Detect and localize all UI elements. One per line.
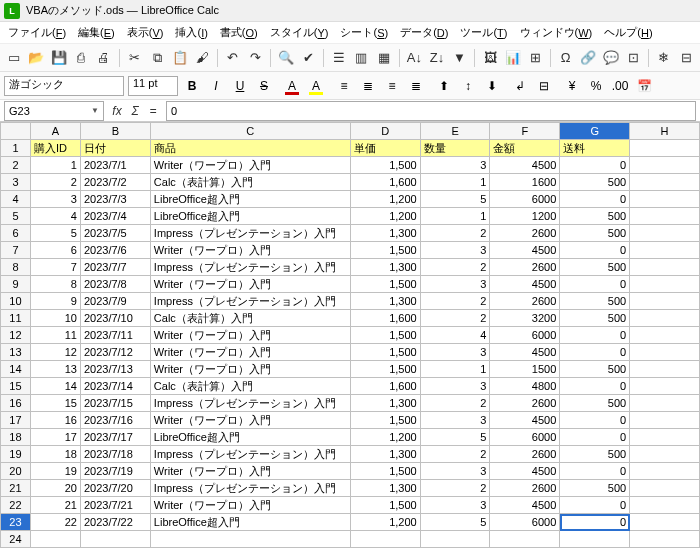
cell[interactable]: 1,500 [350, 463, 420, 480]
row-header[interactable]: 19 [1, 446, 31, 463]
headers-icon[interactable]: ⊡ [624, 48, 644, 68]
cell[interactable]: 5 [420, 429, 490, 446]
cell[interactable]: 2600 [490, 446, 560, 463]
cell[interactable]: 500 [560, 446, 630, 463]
menu-y[interactable]: スタイル(Y) [264, 22, 335, 43]
cell[interactable]: 17 [30, 429, 80, 446]
cell-header[interactable]: 商品 [150, 140, 350, 157]
col-header-E[interactable]: E [420, 123, 490, 140]
cell[interactable]: 4500 [490, 242, 560, 259]
cell[interactable] [80, 531, 150, 548]
cell[interactable]: Writer（ワープロ）入門 [150, 497, 350, 514]
row-header[interactable]: 3 [1, 174, 31, 191]
cell[interactable]: 20 [30, 480, 80, 497]
cell[interactable]: 500 [560, 361, 630, 378]
cell[interactable]: 1,200 [350, 429, 420, 446]
cell[interactable]: 1,200 [350, 191, 420, 208]
row-header[interactable]: 10 [1, 293, 31, 310]
cell[interactable]: 4500 [490, 497, 560, 514]
cell-header[interactable]: 送料 [560, 140, 630, 157]
cell-header[interactable]: 日付 [80, 140, 150, 157]
cell[interactable]: 0 [560, 191, 630, 208]
cell[interactable]: 1,300 [350, 225, 420, 242]
cell[interactable]: 2023/7/19 [80, 463, 150, 480]
cell[interactable]: 21 [30, 497, 80, 514]
cell[interactable] [630, 514, 700, 531]
cell[interactable]: 2023/7/13 [80, 361, 150, 378]
find-icon[interactable]: 🔍 [276, 48, 296, 68]
spellcheck-icon[interactable]: ✔ [299, 48, 319, 68]
cell[interactable] [630, 344, 700, 361]
cell[interactable] [630, 310, 700, 327]
align-center-button[interactable]: ≣ [358, 76, 378, 96]
special-char-icon[interactable]: Ω [556, 48, 576, 68]
cell[interactable]: 0 [560, 412, 630, 429]
align-top-button[interactable]: ⬆ [434, 76, 454, 96]
row-header[interactable]: 11 [1, 310, 31, 327]
cell[interactable]: 2023/7/12 [80, 344, 150, 361]
column-icon[interactable]: ▥ [352, 48, 372, 68]
cell[interactable]: 500 [560, 225, 630, 242]
cell[interactable]: 2 [420, 293, 490, 310]
cell[interactable]: Impress（プレゼンテーション）入門 [150, 480, 350, 497]
row-header[interactable]: 23 [1, 514, 31, 531]
row-header[interactable]: 16 [1, 395, 31, 412]
row-header[interactable]: 8 [1, 259, 31, 276]
number-button[interactable]: .00 [610, 76, 630, 96]
function-wizard-icon[interactable]: fx [108, 102, 126, 120]
cell[interactable]: 1,500 [350, 157, 420, 174]
cell[interactable]: 14 [30, 378, 80, 395]
row-header[interactable]: 21 [1, 480, 31, 497]
cell-header[interactable]: 金額 [490, 140, 560, 157]
cut-icon[interactable]: ✂ [125, 48, 145, 68]
row-header[interactable]: 20 [1, 463, 31, 480]
menu-t[interactable]: ツール(T) [454, 22, 513, 43]
cell[interactable]: 1,300 [350, 480, 420, 497]
cell[interactable]: 2 [420, 480, 490, 497]
cell[interactable]: 4 [30, 208, 80, 225]
cell[interactable]: Impress（プレゼンテーション）入門 [150, 225, 350, 242]
cell[interactable]: 1600 [490, 174, 560, 191]
cell[interactable] [630, 497, 700, 514]
cell[interactable]: 6000 [490, 327, 560, 344]
pivot-icon[interactable]: ⊞ [525, 48, 545, 68]
comment-icon[interactable]: 💬 [601, 48, 621, 68]
align-justify-button[interactable]: ≣ [406, 76, 426, 96]
col-header-B[interactable]: B [80, 123, 150, 140]
cell[interactable]: Writer（ワープロ）入門 [150, 463, 350, 480]
cell[interactable]: 5 [420, 514, 490, 531]
font-color-button[interactable]: A [282, 76, 302, 96]
cell[interactable]: 2023/7/6 [80, 242, 150, 259]
cell[interactable]: 500 [560, 480, 630, 497]
cell[interactable]: 1,600 [350, 174, 420, 191]
cell[interactable]: 5 [30, 225, 80, 242]
cell[interactable]: 2023/7/3 [80, 191, 150, 208]
cell[interactable]: 2023/7/18 [80, 446, 150, 463]
cell[interactable]: 2023/7/22 [80, 514, 150, 531]
cell[interactable]: 3 [420, 157, 490, 174]
cell[interactable] [630, 191, 700, 208]
save-icon[interactable]: 💾 [49, 48, 69, 68]
cell[interactable]: 500 [560, 310, 630, 327]
cell[interactable]: 3 [420, 412, 490, 429]
cell[interactable]: 2023/7/1 [80, 157, 150, 174]
cell[interactable]: 4 [420, 327, 490, 344]
table-icon[interactable]: ▦ [374, 48, 394, 68]
cell[interactable]: 15 [30, 395, 80, 412]
cell[interactable]: 4500 [490, 463, 560, 480]
cell[interactable]: LibreOffice超入門 [150, 429, 350, 446]
row-header[interactable]: 4 [1, 191, 31, 208]
highlight-color-button[interactable]: A [306, 76, 326, 96]
cell[interactable] [630, 361, 700, 378]
formula-input[interactable]: 0 [166, 101, 696, 121]
italic-button[interactable]: I [206, 76, 226, 96]
menu-h[interactable]: ヘルプ(H) [598, 22, 658, 43]
cell[interactable]: 3200 [490, 310, 560, 327]
cell[interactable] [630, 446, 700, 463]
row-header[interactable]: 14 [1, 361, 31, 378]
row-header[interactable]: 17 [1, 412, 31, 429]
cell[interactable]: 11 [30, 327, 80, 344]
cell[interactable]: 1,600 [350, 378, 420, 395]
cell[interactable]: 1 [420, 361, 490, 378]
cell[interactable]: LibreOffice超入門 [150, 191, 350, 208]
